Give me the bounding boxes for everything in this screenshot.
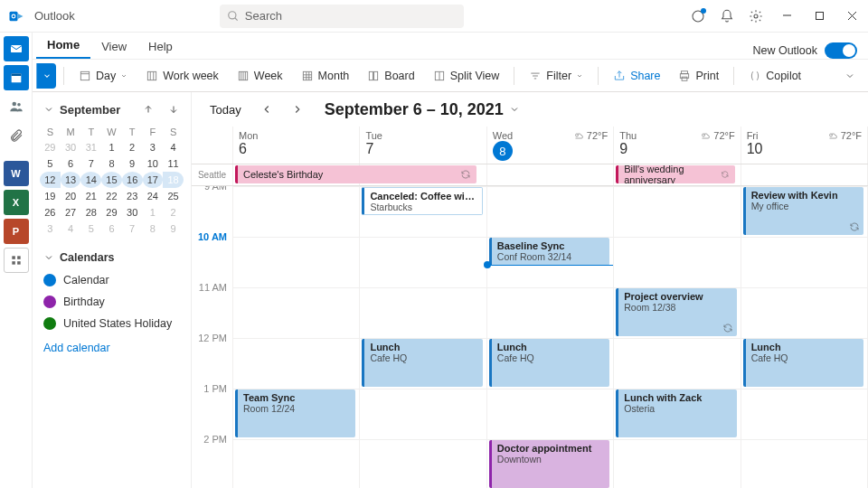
minical-day[interactable]: 11 <box>163 155 184 172</box>
calendar-event[interactable]: Baseline SyncConf Room 32/14 <box>489 238 609 266</box>
new-event-chevron[interactable] <box>36 63 56 89</box>
minical-day[interactable]: 15 <box>101 172 122 188</box>
minical-day[interactable]: 12 <box>40 172 61 188</box>
minical-day[interactable]: 5 <box>40 155 61 172</box>
minical-day[interactable]: 21 <box>80 188 101 204</box>
day-header[interactable]: Wed872°F <box>487 127 614 164</box>
rail-mail-icon[interactable] <box>4 36 29 61</box>
day-header[interactable]: Thu972°F <box>614 127 741 164</box>
calendar-event[interactable]: Canceled: Coffee with MikeStarbucks <box>362 187 482 215</box>
minical-day[interactable]: 3 <box>143 139 164 155</box>
day-column[interactable]: Team SyncRoom 12/24 <box>233 186 360 488</box>
calendar-list-item[interactable]: Birthday <box>40 291 184 313</box>
minical-day[interactable]: 6 <box>61 155 81 172</box>
minical-day[interactable]: 30 <box>122 204 143 221</box>
allday-cell[interactable] <box>741 164 868 185</box>
allday-cell[interactable]: Bill's wedding anniversary <box>614 164 741 185</box>
minical-day[interactable]: 14 <box>80 172 101 188</box>
window-minimize[interactable] <box>770 0 803 33</box>
share-button[interactable]: Share <box>606 66 667 86</box>
bell-icon[interactable] <box>712 2 741 31</box>
prev-week[interactable] <box>256 99 278 120</box>
minical-day[interactable]: 22 <box>101 188 122 204</box>
minical-day[interactable]: 27 <box>61 204 81 221</box>
minical-day[interactable]: 5 <box>80 221 101 237</box>
calendar-event[interactable]: Team SyncRoom 12/24 <box>235 389 355 437</box>
calendar-event[interactable]: Lunch with ZackOsteria <box>616 389 736 437</box>
calendar-event[interactable]: LunchCafe HQ <box>489 339 609 387</box>
tab-home[interactable]: Home <box>36 33 90 59</box>
add-calendar-link[interactable]: Add calendar <box>40 334 184 361</box>
minical-day[interactable]: 4 <box>163 139 184 155</box>
gear-icon[interactable] <box>741 2 770 31</box>
view-month-button[interactable]: Month <box>294 66 357 86</box>
view-split-button[interactable]: Split View <box>426 66 507 86</box>
minical-day[interactable]: 29 <box>101 204 122 221</box>
calendar-event[interactable]: Review with KevinMy office <box>743 187 863 235</box>
minical-day[interactable]: 28 <box>80 204 101 221</box>
minical-prev[interactable] <box>138 99 158 119</box>
rail-excel-icon[interactable]: X <box>4 190 29 215</box>
calendar-event[interactable]: Project overviewRoom 12/38 <box>616 288 736 336</box>
window-close[interactable] <box>835 0 868 33</box>
collapse-month-icon[interactable] <box>43 104 54 115</box>
day-column[interactable]: Baseline SyncConf Room 32/14LunchCafe HQ… <box>487 186 614 488</box>
minical-day[interactable]: 7 <box>80 155 101 172</box>
minical-day[interactable]: 2 <box>122 139 143 155</box>
toolbar-expand[interactable] <box>837 70 863 81</box>
allday-event[interactable]: Bill's wedding anniversary <box>616 165 734 183</box>
tab-view[interactable]: View <box>90 34 137 59</box>
window-maximize[interactable] <box>803 0 835 33</box>
day-column[interactable]: Project overviewRoom 12/38Lunch with Zac… <box>614 186 741 488</box>
view-workweek-button[interactable]: Work week <box>138 66 226 86</box>
minical-day[interactable]: 4 <box>61 221 81 237</box>
minical-day[interactable]: 30 <box>61 139 81 155</box>
minical-day[interactable]: 29 <box>40 139 61 155</box>
minical-day[interactable]: 1 <box>143 204 164 221</box>
minical-day[interactable]: 9 <box>163 221 184 237</box>
allday-cell[interactable] <box>360 164 486 185</box>
view-board-button[interactable]: Board <box>360 66 421 86</box>
minical-day[interactable]: 31 <box>80 139 101 155</box>
mini-calendar[interactable]: SMTWTFS 29303112345678910111213141516171… <box>40 125 184 237</box>
today-button[interactable]: Today <box>204 99 247 120</box>
minical-day[interactable]: 26 <box>40 204 61 221</box>
minical-day[interactable]: 18 <box>163 172 184 188</box>
allday-cell[interactable] <box>487 164 614 185</box>
view-week-button[interactable]: Week <box>230 66 290 86</box>
day-header[interactable]: Fri1072°F <box>741 127 868 164</box>
minical-day[interactable]: 13 <box>61 172 81 188</box>
minical-day[interactable]: 10 <box>143 155 164 172</box>
day-header[interactable]: Tue7 <box>360 127 486 164</box>
new-outlook-toggle[interactable] <box>825 42 857 59</box>
minical-day[interactable]: 8 <box>143 221 164 237</box>
rail-powerpoint-icon[interactable]: P <box>4 219 29 244</box>
rail-calendar-icon[interactable] <box>4 65 29 90</box>
next-week[interactable] <box>287 99 308 120</box>
day-header[interactable]: Mon6 <box>233 127 360 164</box>
activity-icon[interactable] <box>684 2 712 31</box>
date-range[interactable]: September 6 – 10, 2021 <box>325 100 520 119</box>
rail-attach-icon[interactable] <box>4 123 29 148</box>
search-input[interactable]: Search <box>220 5 464 28</box>
minical-day[interactable]: 1 <box>101 139 122 155</box>
copilot-button[interactable]: Copilot <box>741 66 808 86</box>
day-column[interactable]: Canceled: Coffee with MikeStarbucksLunch… <box>360 186 486 488</box>
minical-day[interactable]: 16 <box>122 172 143 188</box>
minical-day[interactable]: 9 <box>122 155 143 172</box>
minical-day[interactable]: 2 <box>163 204 184 221</box>
calendar-event[interactable]: Doctor appointmentDowntown <box>489 440 609 488</box>
filter-button[interactable]: Filter <box>522 66 590 86</box>
minical-day[interactable]: 6 <box>101 221 122 237</box>
calendar-event[interactable]: LunchCafe HQ <box>743 339 863 387</box>
minical-next[interactable] <box>164 99 184 119</box>
minical-day[interactable]: 25 <box>163 188 184 204</box>
rail-people-icon[interactable] <box>4 94 29 119</box>
minical-day[interactable]: 24 <box>143 188 164 204</box>
rail-word-icon[interactable]: W <box>4 161 29 186</box>
minical-day[interactable]: 17 <box>143 172 164 188</box>
view-day-button[interactable]: Day <box>71 66 135 86</box>
tab-help[interactable]: Help <box>137 34 184 59</box>
calendar-list-item[interactable]: Calendar <box>40 269 184 291</box>
print-button[interactable]: Print <box>671 66 726 86</box>
